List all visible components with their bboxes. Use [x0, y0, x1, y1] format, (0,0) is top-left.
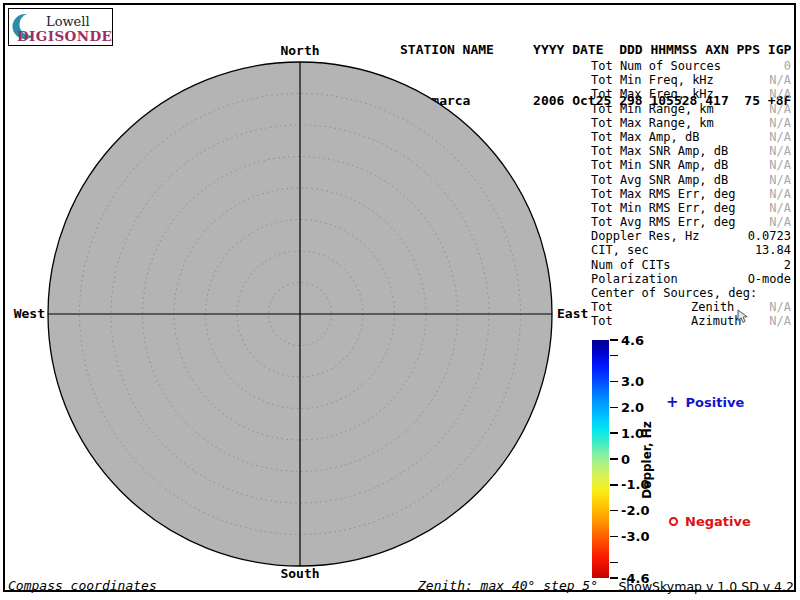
stats-row: Tot Min RMS Err, degN/A: [591, 201, 791, 215]
stats-label: Tot Min Range, km: [591, 102, 714, 116]
colorbar-tick: [610, 381, 618, 383]
stats-label: Tot: [591, 300, 613, 314]
colorbar-tick-label: 2.0: [621, 400, 644, 415]
colorbar-tick: [610, 536, 618, 538]
stats-label: Tot Min Freq, kHz: [591, 73, 714, 87]
stats-label: Tot Min RMS Err, deg: [591, 201, 736, 215]
colorbar-tick: [610, 339, 618, 341]
stats-value: N/A: [769, 201, 791, 215]
negative-legend-label: Negative: [685, 514, 751, 529]
colorbar-tick: [610, 355, 618, 357]
stats-row: Tot Min Freq, kHzN/A: [591, 73, 791, 87]
coordinates-mode-label: Compass coordinates: [8, 578, 157, 593]
colorbar-gradient: [592, 340, 609, 578]
stats-row: Tot Avg RMS Err, degN/A: [591, 215, 791, 229]
stats-value: N/A: [769, 215, 791, 229]
circle-marker-icon: [669, 517, 678, 526]
stats-label: Doppler Res, Hz: [591, 229, 699, 243]
stats-value: N/A: [769, 158, 791, 172]
skymap-window: Lowell DIGISONDE STATION NAME YYYY DATE …: [0, 0, 800, 600]
plus-marker-icon: +: [666, 396, 679, 409]
stats-value: N/A: [769, 187, 791, 201]
stats-value: N/A: [769, 144, 791, 158]
stats-value: 2: [784, 258, 791, 272]
colorbar-tick: [610, 577, 618, 579]
stats-row: CIT, sec13.84: [591, 243, 791, 257]
stats-row: Num of CITs2: [591, 258, 791, 272]
stats-label: Tot Max RMS Err, deg: [591, 187, 736, 201]
colorbar-tick-label: -3.0: [621, 529, 649, 544]
stats-row: Tot Max RMS Err, degN/A: [591, 187, 791, 201]
stats-label: Tot Avg RMS Err, deg: [591, 215, 736, 229]
stats-label: CIT, sec: [591, 243, 649, 257]
colorbar-tick: [610, 562, 618, 564]
stats-label: Tot Max SNR Amp, dB: [591, 144, 728, 158]
stats-label: Tot Max Amp, dB: [591, 130, 699, 144]
stats-row: Tot Max SNR Amp, dBN/A: [591, 144, 791, 158]
colorbar-axis-label: Doppler, Hz: [640, 421, 654, 499]
colorbar-tick: [610, 510, 618, 512]
negative-legend: Negative: [669, 514, 751, 529]
stats-value: 13.84: [755, 243, 791, 257]
colorbar-tick-label: 4.6: [621, 333, 644, 348]
stats-value: O-mode: [748, 272, 791, 286]
stats-value: 0.0723: [748, 229, 791, 243]
compass-label-south: South: [260, 566, 340, 581]
stats-row: TotZenithN/A: [591, 300, 791, 314]
stats-label: Num of CITs: [591, 258, 670, 272]
compass-label-east: East: [557, 306, 588, 321]
zenith-range-label: Zenith: max 40° step 5°: [418, 578, 598, 593]
colorbar-tick: [610, 484, 618, 486]
colorbar-tick: [610, 458, 618, 460]
colorbar-tick-label: 0: [621, 452, 630, 467]
mouse-cursor-icon: [737, 309, 749, 325]
stats-label: Tot Avg SNR Amp, dB: [591, 173, 728, 187]
stats-row: Tot Num of Sources0: [591, 59, 791, 73]
positive-legend: + Positive: [666, 395, 744, 410]
stats-value: 0: [784, 59, 791, 73]
stats-row: Tot Min Range, kmN/A: [591, 102, 791, 116]
stats-label: Tot: [591, 314, 613, 328]
stats-label: Center of Sources, deg:: [591, 286, 757, 300]
stats-row: Doppler Res, Hz0.0723: [591, 229, 791, 243]
positive-legend-label: Positive: [686, 395, 745, 410]
colorbar-tick-label: -2.0: [621, 503, 649, 518]
stats-sublabel: Azimuth: [691, 314, 742, 328]
stats-row: Tot Max Range, kmN/A: [591, 116, 791, 130]
stats-value: N/A: [769, 87, 791, 101]
stats-row: Center of Sources, deg:: [591, 286, 791, 300]
stats-value: N/A: [769, 173, 791, 187]
stats-row: PolarizationO-mode: [591, 272, 791, 286]
stats-label: Tot Max Range, km: [591, 116, 714, 130]
version-label: ShowSkymap v 1.0 SD v 4.2: [618, 579, 794, 594]
colorbar-tick-label: 3.0: [621, 374, 644, 389]
stats-value: N/A: [769, 73, 791, 87]
stats-label: Tot Num of Sources: [591, 59, 721, 73]
stats-row: TotAzimuthN/A: [591, 314, 791, 328]
stats-value: N/A: [769, 130, 791, 144]
stats-label: Tot Max Freq, kHz: [591, 87, 714, 101]
colorbar-tick: [610, 432, 618, 434]
stats-value: N/A: [769, 300, 791, 314]
stats-sublabel: Zenith: [691, 300, 734, 314]
stats-row: Tot Min SNR Amp, dBN/A: [591, 158, 791, 172]
stats-row: Tot Max Freq, kHzN/A: [591, 87, 791, 101]
stats-value: N/A: [769, 314, 791, 328]
stats-row: Tot Max Amp, dBN/A: [591, 130, 791, 144]
stats-label: Polarization: [591, 272, 678, 286]
compass-label-north: North: [260, 43, 340, 58]
colorbar-tick: [610, 407, 618, 409]
stats-value: N/A: [769, 102, 791, 116]
compass-label-west: West: [13, 306, 45, 321]
stats-row: Tot Avg SNR Amp, dBN/A: [591, 173, 791, 187]
stats-value: N/A: [769, 116, 791, 130]
stats-label: Tot Min SNR Amp, dB: [591, 158, 728, 172]
stats-panel: Tot Num of Sources0Tot Min Freq, kHzN/AT…: [591, 59, 791, 329]
